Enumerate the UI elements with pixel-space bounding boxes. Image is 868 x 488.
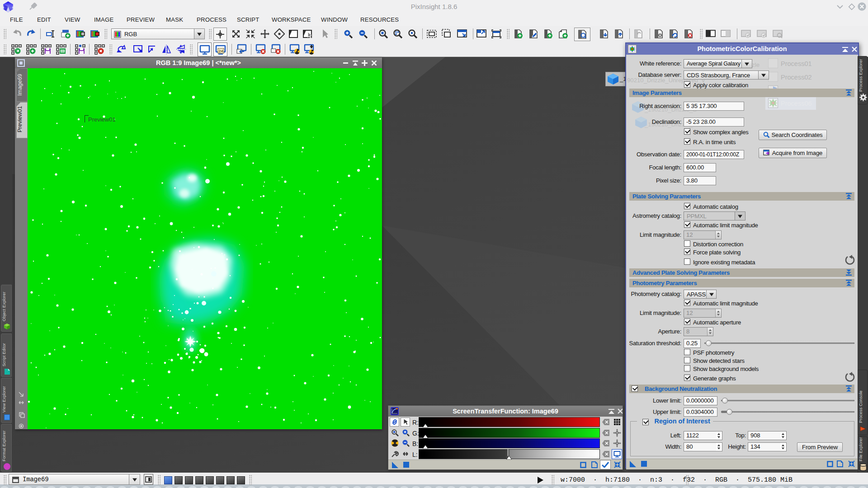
svg-text:24: 24 [218,49,223,53]
